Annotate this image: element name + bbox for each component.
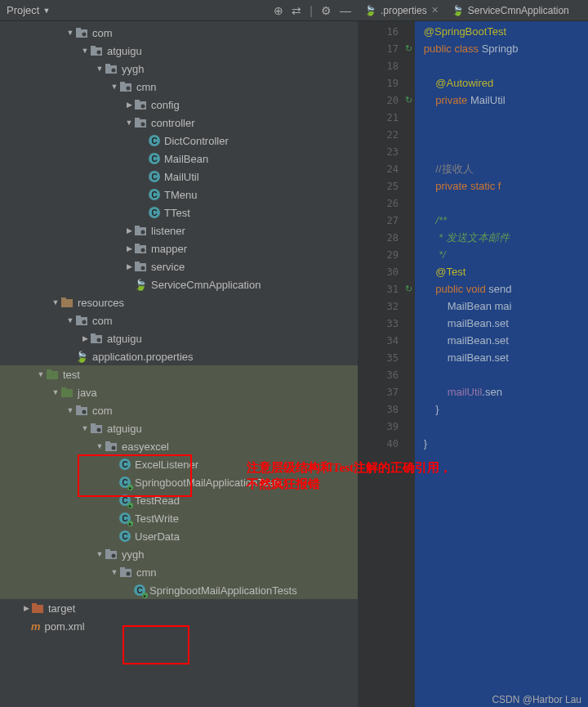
gutter-run-icon[interactable]: ↻ [405,95,412,105]
tree-item[interactable]: 🍃ServiceCmnApplication [0,275,358,293]
code-line[interactable]: /** [415,212,588,229]
expand-arrow[interactable]: ▼ [124,119,134,127]
code-line[interactable]: @Test [415,263,588,280]
minimize-icon[interactable]: — [340,4,351,17]
code-line[interactable]: } [415,435,588,452]
tab-properties[interactable]: 🍃 .properties ✕ [358,0,445,20]
tab-servicecmn[interactable]: 🍃 ServiceCmnApplication [445,0,576,20]
tree-item[interactable]: ▼controller [0,114,358,132]
code-line[interactable] [415,126,588,143]
expand-arrow[interactable]: ▼ [36,370,46,378]
tree-label: yygh [122,548,144,561]
code-line[interactable] [415,195,588,212]
code-line[interactable]: private static f [415,177,588,195]
tree-item[interactable]: CMailBean [0,150,358,168]
tree-item[interactable]: C▸TestRead [0,491,358,509]
tree-item[interactable]: ▼easyexcel [0,437,358,455]
code-line[interactable]: public class Springb [415,40,588,57]
project-tree[interactable]: ▼com▼atguigu▼yygh▼cmn▶config▼controllerC… [0,21,358,707]
expand-arrow[interactable]: ▶ [124,244,134,253]
expand-arrow[interactable]: ▼ [109,568,119,576]
expand-arrow[interactable]: ▶ [124,226,134,235]
line-number: 22 [358,126,415,143]
expand-arrow[interactable]: ▼ [95,65,105,73]
tree-item[interactable]: mpom.xml [0,617,358,635]
code-line[interactable]: mailUtil.sen [415,383,588,400]
tree-item[interactable]: ▶listener [0,221,358,239]
code-line[interactable] [415,109,588,126]
expand-arrow[interactable]: ▼ [51,298,60,307]
code-area[interactable]: @SpringBootTest public class Springb @Au… [415,21,588,707]
expand-arrow[interactable]: ▶ [124,101,134,109]
code-line[interactable]: //接收人 [415,160,588,177]
tree-item[interactable]: ▼com [0,401,358,419]
tree-item[interactable]: CTTest [0,204,358,221]
code-editor[interactable]: 1617↻181920↻2122232425262728293031↻32333… [358,21,588,707]
tree-item[interactable]: CExcelListener [0,455,358,473]
gear-icon[interactable]: ⚙ [321,4,332,17]
expand-arrow[interactable]: ▼ [80,47,90,55]
svg-point-2 [82,33,87,37]
close-icon[interactable]: ✕ [431,5,439,16]
code-line[interactable]: @SpringBootTest [415,23,588,40]
tree-item[interactable]: ▼com [0,311,358,329]
project-title[interactable]: Project ▼ [7,4,50,16]
select-opened-icon[interactable]: ⊕ [274,4,283,17]
gutter-run-icon[interactable]: ↻ [405,43,412,54]
svg-point-14 [141,105,145,109]
expand-arrow[interactable]: ▼ [65,406,75,414]
tree-item[interactable]: ▶target [0,599,358,617]
tree-item[interactable]: ▼cmn [0,78,358,96]
code-line[interactable] [415,418,588,435]
tree-item[interactable]: ▶mapper [0,239,358,257]
code-line[interactable]: mailBean.set [415,315,588,332]
tree-item[interactable]: ▶service [0,257,358,275]
tree-item[interactable]: ▼test [0,365,358,383]
expand-icon[interactable]: ⇄ [292,4,301,17]
code-line[interactable] [415,366,588,383]
code-line[interactable]: } [415,400,588,418]
code-line[interactable] [415,143,588,160]
tree-item[interactable]: ▼yygh [0,60,358,78]
code-line[interactable]: * 发送文本邮件 [415,229,588,246]
code-line[interactable]: public void send [415,280,588,298]
code-line[interactable]: */ [415,246,588,263]
tree-item[interactable]: C▸TestWrite [0,509,358,527]
gutter-run-icon[interactable]: ↻ [405,284,412,294]
expand-arrow[interactable]: ▼ [51,388,60,396]
code-line[interactable]: MailBean mai [415,298,588,315]
tree-item[interactable]: ▼com [0,24,358,42]
tree-item[interactable]: ▶atguigu [0,329,358,347]
tree-item[interactable]: CUserData [0,527,358,545]
tree-item[interactable]: CTMenu [0,186,358,204]
code-line[interactable]: mailBean.set [415,332,588,349]
tree-item[interactable]: ▼yygh [0,545,358,563]
expand-arrow[interactable]: ▼ [109,83,119,91]
properties-icon: 🍃 [364,5,376,16]
expand-arrow[interactable]: ▼ [65,316,75,324]
tree-item[interactable]: ▼java [0,383,358,401]
expand-arrow[interactable]: ▼ [80,424,90,432]
tree-item[interactable]: C▸SpringbootMailApplicationTests [0,581,358,599]
tree-item[interactable]: CMailUtil [0,168,358,186]
tree-item[interactable]: ▼atguigu [0,42,358,60]
expand-arrow[interactable]: ▼ [95,442,105,450]
code-line[interactable] [415,57,588,74]
expand-arrow[interactable]: ▶ [80,334,90,342]
code-line[interactable]: private MailUtil [415,92,588,109]
expand-arrow[interactable]: ▼ [65,29,75,37]
code-line[interactable]: mailBean.set [415,349,588,366]
tree-item[interactable]: CDictController [0,132,358,150]
tree-item[interactable]: ▶config [0,96,358,114]
code-line[interactable]: @Autowired [415,74,588,92]
tree-item[interactable]: 🍃application.properties [0,347,358,365]
tree-item[interactable]: ▼cmn [0,563,358,581]
tree-item[interactable]: C▸SpringbootMailApplicationTests [0,473,358,491]
expand-arrow[interactable]: ▶ [124,262,134,271]
expand-arrow[interactable]: ▶ [21,604,31,612]
expand-arrow[interactable]: ▼ [95,550,105,558]
tree-item[interactable]: ▼atguigu [0,419,358,437]
tree-label: TestRead [135,494,180,507]
tree-label: mapper [151,243,187,255]
tree-item[interactable]: ▼resources [0,293,358,311]
